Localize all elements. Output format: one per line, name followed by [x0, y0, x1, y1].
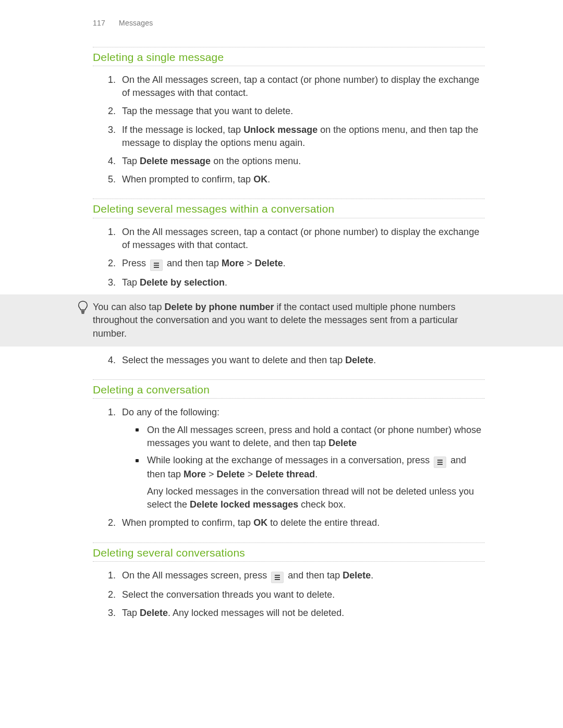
tip-text: You can also tap Delete by phone number …	[93, 301, 485, 340]
step-list: 4. Select the messages you want to delet…	[93, 354, 485, 367]
svg-rect-8	[437, 464, 443, 465]
step-item: 3. Tap Delete by selection.	[119, 276, 485, 289]
svg-rect-10	[275, 577, 280, 578]
step-text: When prompted to confirm, tap	[122, 174, 253, 184]
inline-bold: Delete	[140, 608, 168, 618]
section-rule	[93, 47, 485, 47]
step-item: 5. When prompted to confirm, tap OK.	[119, 173, 485, 186]
step-text: and then tap	[164, 258, 222, 268]
step-list: 1. On the All messages screen, press and…	[93, 569, 485, 620]
step-item: 1. On the All messages screen, press and…	[119, 569, 485, 583]
section-title: Deleting several conversations	[93, 545, 245, 560]
step-item: 3. If the message is locked, tap Unlock …	[119, 124, 485, 150]
bullet-text: >	[206, 469, 217, 479]
bullet-text: On the All messages screen, press and ho…	[147, 425, 481, 448]
menu-icon	[271, 572, 284, 583]
svg-rect-2	[154, 267, 159, 268]
step-number: 1.	[101, 406, 116, 419]
section-rule	[93, 199, 485, 199]
bullet-item: On the All messages screen, press and ho…	[136, 424, 485, 450]
step-text: .	[373, 355, 376, 365]
step-number: 2.	[101, 588, 116, 601]
svg-rect-1	[154, 265, 159, 266]
step-text: .	[283, 258, 286, 268]
step-text: .	[267, 174, 270, 184]
step-item: 2. Tap the message that you want to dele…	[119, 105, 485, 118]
inline-bold: Delete	[217, 469, 245, 479]
step-number: 4.	[101, 354, 116, 367]
menu-icon	[150, 260, 163, 271]
svg-rect-6	[437, 460, 443, 461]
bullet-list: On the All messages screen, press and ho…	[136, 424, 485, 482]
step-text: Tap	[122, 277, 140, 288]
tip-callout: You can also tap Delete by phone number …	[0, 294, 563, 347]
svg-rect-9	[275, 575, 280, 576]
step-item: 2. When prompted to confirm, tap OK to d…	[119, 516, 485, 529]
step-text: Tap	[122, 156, 140, 166]
step-list: 1. On the All messages screen, tap a con…	[93, 226, 485, 290]
step-number: 3.	[101, 607, 116, 620]
step-item: 4. Tap Delete message on the options men…	[119, 155, 485, 168]
svg-rect-11	[275, 579, 280, 580]
section-heading: Deleting several messages within a conve…	[93, 201, 485, 218]
inline-bold: OK	[253, 517, 267, 528]
section-title: Deleting several messages within a conve…	[93, 201, 334, 216]
section-rule	[93, 542, 485, 543]
step-text: . Any locked messages will not be delete…	[168, 608, 344, 618]
step-text: .	[225, 277, 227, 288]
step-number: 1.	[101, 569, 116, 582]
step-number: 2.	[101, 105, 116, 118]
step-text: .	[371, 570, 373, 581]
step-item: 1. Do any of the following: On the All m…	[119, 406, 485, 511]
bullet-item: While looking at the exchange of message…	[136, 454, 485, 481]
step-item: 1. On the All messages screen, tap a con…	[119, 73, 485, 100]
step-item: 4. Select the messages you want to delet…	[119, 354, 485, 367]
step-number: 2.	[101, 516, 116, 529]
section-title: Deleting a single message	[93, 50, 224, 65]
step-number: 4.	[101, 155, 116, 168]
section-heading: Deleting several conversations	[93, 545, 485, 562]
svg-rect-5	[82, 313, 84, 314]
step-number: 2.	[101, 257, 116, 270]
step-text: On the All messages screen, tap a contac…	[122, 227, 479, 250]
step-text: Select the conversation threads you want…	[122, 589, 335, 600]
step-list: 1. On the All messages screen, tap a con…	[93, 73, 485, 186]
inline-bold: Delete thread	[255, 469, 315, 479]
inline-bold: Delete locked messages	[190, 499, 298, 510]
step-item: 2. Press and then tap More > Delete.	[119, 257, 485, 271]
step-text: on the options menu.	[211, 156, 301, 166]
inline-bold: Unlock message	[243, 125, 317, 135]
menu-icon	[434, 456, 446, 468]
step-text: On the All messages screen, press	[122, 570, 270, 581]
svg-rect-4	[81, 312, 84, 313]
step-number: 1.	[101, 73, 116, 87]
step-number: 5.	[101, 173, 116, 186]
inline-bold: Delete	[342, 570, 371, 581]
tip-text-part: You can also tap	[93, 302, 164, 312]
inline-bold: Delete	[345, 355, 373, 365]
section-rule	[93, 379, 485, 380]
lightbulb-icon	[77, 301, 89, 318]
svg-rect-3	[81, 311, 85, 312]
step-text: and then tap	[285, 570, 342, 581]
bullet-text: >	[245, 469, 256, 479]
inline-bold: OK	[253, 174, 267, 184]
step-text: to delete the entire thread.	[267, 517, 380, 528]
sub-paragraph: Any locked messages in the conversation …	[147, 485, 485, 511]
inline-bold: Delete	[255, 258, 283, 268]
step-item: 2. Select the conversation threads you w…	[119, 588, 485, 601]
step-number: 3.	[101, 124, 116, 137]
inline-bold: More	[183, 469, 206, 479]
step-text: Tap	[122, 608, 140, 618]
svg-rect-0	[154, 263, 159, 264]
inline-bold: Delete by phone number	[164, 302, 274, 312]
running-header: 117 Messages	[93, 18, 485, 29]
step-item: 1. On the All messages screen, tap a con…	[119, 226, 485, 252]
inline-bold: More	[222, 258, 244, 268]
svg-rect-7	[437, 462, 443, 463]
section-title: Deleting a conversation	[93, 382, 210, 397]
document-page: 117 Messages Deleting a single message 1…	[0, 0, 563, 728]
page-number: 117	[93, 19, 105, 27]
step-list: 1. Do any of the following: On the All m…	[93, 406, 485, 529]
bullet-text: .	[315, 469, 317, 479]
